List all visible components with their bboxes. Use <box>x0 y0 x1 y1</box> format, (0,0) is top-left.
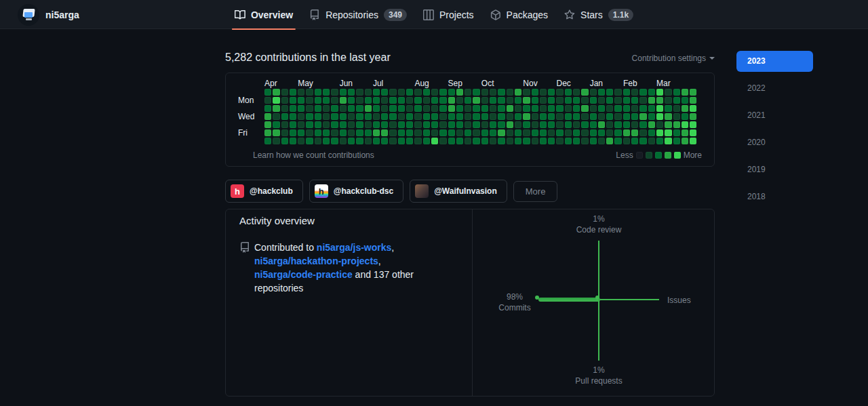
contribution-cell[interactable] <box>565 89 572 96</box>
contribution-cell[interactable] <box>389 89 396 96</box>
contribution-cell[interactable] <box>556 105 563 112</box>
contribution-cell[interactable] <box>306 138 313 144</box>
contribution-cell[interactable] <box>281 105 288 112</box>
contribution-cell[interactable] <box>598 113 605 120</box>
contribution-cell[interactable] <box>315 105 321 112</box>
contribution-cell[interactable] <box>456 129 463 136</box>
contribution-cell[interactable] <box>315 97 321 104</box>
contribution-cell[interactable] <box>590 121 597 128</box>
repo-link[interactable]: ni5arga/hackathon-projects <box>254 256 378 266</box>
contribution-cell[interactable] <box>673 97 680 104</box>
contribution-cell[interactable] <box>398 113 405 120</box>
contribution-cell[interactable] <box>423 113 430 120</box>
contribution-cell[interactable] <box>498 105 505 112</box>
contribution-cell[interactable] <box>431 89 438 96</box>
contribution-cell[interactable] <box>423 97 430 104</box>
contribution-cell[interactable] <box>639 105 646 112</box>
contribution-cell[interactable] <box>373 138 380 144</box>
contribution-cell[interactable] <box>340 113 347 120</box>
contribution-cell[interactable] <box>331 113 338 120</box>
contribution-cell[interactable] <box>439 129 446 136</box>
contribution-cell[interactable] <box>682 89 688 96</box>
contribution-cell[interactable] <box>481 113 488 120</box>
contribution-cell[interactable] <box>414 138 421 144</box>
contribution-cell[interactable] <box>273 113 279 120</box>
contribution-cell[interactable] <box>356 105 363 112</box>
contribution-cell[interactable] <box>565 105 572 112</box>
contribution-cell[interactable] <box>581 113 588 120</box>
contribution-cell[interactable] <box>648 138 655 144</box>
profile-avatar[interactable] <box>18 4 39 26</box>
contribution-cell[interactable] <box>515 105 521 112</box>
contribution-cell[interactable] <box>515 97 521 104</box>
contribution-cell[interactable] <box>515 113 521 120</box>
contribution-cell[interactable] <box>490 97 496 104</box>
contribution-cell[interactable] <box>648 113 655 120</box>
contribution-cell[interactable] <box>614 97 621 104</box>
contribution-cell[interactable] <box>373 129 380 136</box>
contribution-cell[interactable] <box>373 89 380 96</box>
contribution-cell[interactable] <box>573 138 580 144</box>
contribution-cell[interactable] <box>481 105 488 112</box>
contribution-cell[interactable] <box>573 113 580 120</box>
contribution-cell[interactable] <box>414 89 421 96</box>
tab-stars[interactable]: Stars1.1k <box>556 0 642 29</box>
contribution-cell[interactable] <box>682 105 688 112</box>
contribution-cell[interactable] <box>356 89 363 96</box>
contribution-cell[interactable] <box>631 121 638 128</box>
contribution-cell[interactable] <box>465 97 471 104</box>
contribution-cell[interactable] <box>648 121 655 128</box>
contribution-cell[interactable] <box>389 113 396 120</box>
contribution-cell[interactable] <box>556 129 563 136</box>
contribution-cell[interactable] <box>648 129 655 136</box>
contribution-cell[interactable] <box>290 105 296 112</box>
contribution-cell[interactable] <box>565 121 572 128</box>
contribution-cell[interactable] <box>465 121 471 128</box>
contribution-cell[interactable] <box>581 89 588 96</box>
contribution-cell[interactable] <box>639 89 646 96</box>
contribution-cell[interactable] <box>273 89 279 96</box>
contribution-cell[interactable] <box>323 105 330 112</box>
contribution-cell[interactable] <box>532 121 538 128</box>
contribution-cell[interactable] <box>665 97 671 104</box>
tab-projects[interactable]: Projects <box>415 0 482 29</box>
contribution-cell[interactable] <box>540 138 547 144</box>
contribution-cell[interactable] <box>290 97 296 104</box>
contribution-cell[interactable] <box>590 138 597 144</box>
contribution-cell[interactable] <box>490 89 496 96</box>
contribution-cell[interactable] <box>507 97 513 104</box>
contribution-cell[interactable] <box>665 138 671 144</box>
contribution-cell[interactable] <box>331 97 338 104</box>
contribution-cell[interactable] <box>556 121 563 128</box>
contribution-cell[interactable] <box>273 105 279 112</box>
contribution-cell[interactable] <box>598 121 605 128</box>
contribution-cell[interactable] <box>656 97 663 104</box>
contribution-cell[interactable] <box>565 97 572 104</box>
contribution-cell[interactable] <box>340 89 347 96</box>
contribution-cell[interactable] <box>656 121 663 128</box>
contribution-cell[interactable] <box>548 121 555 128</box>
contribution-cell[interactable] <box>348 129 355 136</box>
contribution-cell[interactable] <box>490 113 496 120</box>
contribution-cell[interactable] <box>481 138 488 144</box>
contribution-cell[interactable] <box>523 105 530 112</box>
contribution-cell[interactable] <box>639 97 646 104</box>
contribution-cell[interactable] <box>507 129 513 136</box>
contribution-cell[interactable] <box>398 121 405 128</box>
contribution-cell[interactable] <box>648 97 655 104</box>
profile-user[interactable]: ni5arga <box>18 0 79 29</box>
contribution-settings-button[interactable]: Contribution settings <box>632 54 715 63</box>
contribution-cell[interactable] <box>673 105 680 112</box>
contribution-cell[interactable] <box>465 113 471 120</box>
contribution-cell[interactable] <box>523 121 530 128</box>
contribution-cell[interactable] <box>465 138 471 144</box>
contribution-cell[interactable] <box>356 121 363 128</box>
tab-repositories[interactable]: Repositories349 <box>301 0 415 29</box>
contribution-cell[interactable] <box>565 113 572 120</box>
contribution-cell[interactable] <box>631 138 638 144</box>
contribution-cell[interactable] <box>373 105 380 112</box>
contribution-cell[interactable] <box>623 138 630 144</box>
contribution-cell[interactable] <box>406 121 413 128</box>
contribution-cell[interactable] <box>365 89 372 96</box>
contribution-cell[interactable] <box>381 97 388 104</box>
